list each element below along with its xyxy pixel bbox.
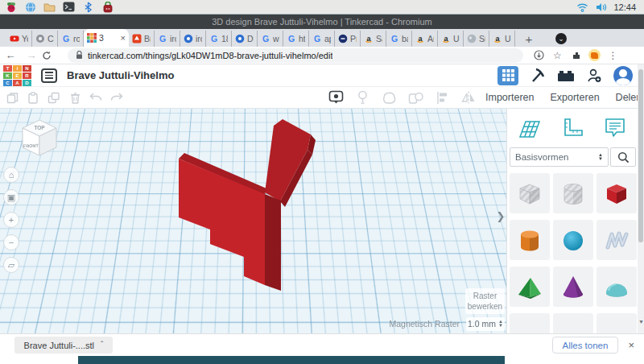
home-view-button[interactable]: ⌂ <box>3 167 19 183</box>
show-all-icon[interactable] <box>352 90 373 105</box>
mirror-icon[interactable] <box>458 90 479 105</box>
clock[interactable]: 12:44 <box>613 2 639 12</box>
install-icon[interactable] <box>533 49 545 61</box>
logo-tile: R <box>23 72 31 79</box>
zoom-in-button[interactable]: + <box>3 212 19 228</box>
browser-tab[interactable]: Gapp <box>309 31 335 47</box>
export-button[interactable]: Exporteren <box>543 89 605 105</box>
browser-tab[interactable]: aSal <box>361 31 386 47</box>
zoom-out-button[interactable]: − <box>3 234 19 250</box>
shape-hole-cylinder[interactable] <box>553 173 593 213</box>
shape-scribble[interactable] <box>597 220 637 260</box>
browser-tab[interactable]: Chr <box>32 31 58 47</box>
tab-close-icon[interactable]: × <box>121 34 126 43</box>
browser-tab[interactable]: You <box>6 31 32 47</box>
import-button[interactable]: Importeren <box>479 89 540 105</box>
red-3d-object[interactable] <box>170 118 323 295</box>
url-field[interactable]: tinkercad.com/things/gLk04DW1mD8-brave-j… <box>68 48 523 63</box>
scrollbar-thumb[interactable] <box>638 69 643 242</box>
ortho-view-button[interactable]: ▱ <box>3 257 19 273</box>
snap-grid-select[interactable]: 1.0 mm ▲▼ <box>466 317 505 331</box>
browser-tab[interactable]: iror <box>180 31 206 47</box>
undo-icon[interactable] <box>85 92 106 104</box>
browser-tab[interactable]: Dis <box>232 31 258 47</box>
blocks-grid-button[interactable] <box>497 66 518 85</box>
shape-category-select[interactable]: Basisvormen ▲▼ <box>510 147 609 167</box>
amazon-favicon: a <box>441 34 451 43</box>
redo-icon[interactable] <box>106 92 127 104</box>
search-icon <box>617 151 630 163</box>
panel-collapse-handle[interactable]: ❯ <box>495 204 506 228</box>
wifi-icon[interactable] <box>576 1 588 13</box>
3d-canvas[interactable]: TOP FRONT ⌂ ▣ + − ▱ <box>0 108 506 333</box>
page-scrollbar[interactable]: ▼ <box>638 64 644 333</box>
group-icon[interactable] <box>378 90 399 105</box>
browser-tab[interactable]: G180 <box>206 31 232 47</box>
paste-icon[interactable] <box>23 92 43 104</box>
download-expand-icon[interactable]: ˆ <box>101 341 103 350</box>
shape-box[interactable] <box>597 173 637 213</box>
design-title[interactable]: Brave Juttuli-Vihelmo <box>67 69 174 81</box>
shape-pyramid[interactable] <box>510 267 550 307</box>
workplane-icon[interactable] <box>517 117 541 139</box>
tab-search-button[interactable]: ⌄ <box>555 33 567 44</box>
browser-tab[interactable]: aUS <box>489 31 515 47</box>
back-button[interactable]: ← <box>0 49 21 61</box>
browser-tab[interactable]: aAm <box>412 31 438 47</box>
minecraft-pickaxe-icon[interactable] <box>530 68 546 84</box>
shape-hole-box[interactable] <box>510 173 550 213</box>
extension-orange-icon[interactable] <box>588 49 601 61</box>
terminal-icon[interactable] <box>63 1 75 13</box>
copy-icon[interactable] <box>2 92 23 104</box>
browser-tab[interactable]: Sna <box>464 31 489 47</box>
ungroup-icon[interactable] <box>405 90 426 105</box>
file-manager-icon[interactable] <box>43 1 56 13</box>
tab-title: Pro <box>350 34 357 43</box>
browser-tab[interactable]: Ghttp <box>283 31 309 47</box>
ruler-icon[interactable] <box>560 117 584 139</box>
notes-icon[interactable] <box>604 117 626 139</box>
shape-half-sphere[interactable] <box>597 267 637 307</box>
vnc-server-icon[interactable] <box>101 1 114 13</box>
shape-sphere[interactable] <box>553 220 593 260</box>
extension-icon[interactable] <box>570 49 582 61</box>
bookmark-star-icon[interactable]: ☆ <box>551 49 564 61</box>
shelf-close-icon[interactable]: × <box>628 339 634 351</box>
browser-tab[interactable]: 3× <box>84 29 129 47</box>
shape-cone[interactable] <box>553 267 593 307</box>
show-all-downloads-button[interactable]: Alles tonen <box>552 337 619 354</box>
duplicate-icon[interactable] <box>43 92 64 104</box>
browser-tab[interactable]: Grob <box>58 31 84 47</box>
menu-kebab-icon[interactable]: ⋮ <box>607 49 619 61</box>
browser-tab[interactable]: Gbar <box>386 31 412 47</box>
new-tab-button[interactable]: + <box>520 31 538 47</box>
invite-person-icon[interactable] <box>586 68 602 84</box>
user-avatar[interactable] <box>613 66 633 85</box>
lego-brick-icon[interactable] <box>557 69 575 82</box>
download-item[interactable]: Brave Juttuli-....stl ˆ <box>14 337 113 354</box>
hide-selected-icon[interactable] <box>325 90 346 105</box>
window-titlebar: 3D design Brave Juttuli-Vihelmo | Tinker… <box>0 14 644 29</box>
align-icon[interactable] <box>431 90 452 105</box>
shape-cylinder[interactable] <box>510 220 550 260</box>
delete-icon[interactable] <box>64 92 85 104</box>
browser-tab[interactable]: Bra <box>129 31 155 47</box>
browser-tab[interactable]: Gwha <box>258 31 283 47</box>
tinkercad-logo[interactable]: TINKERCAD <box>3 65 31 86</box>
forward-button[interactable]: → <box>21 49 42 61</box>
edit-grid-button[interactable]: Raster bewerken <box>465 288 505 314</box>
fit-view-button[interactable]: ▣ <box>3 189 19 205</box>
scroll-down-arrow-icon[interactable]: ▼ <box>638 319 644 325</box>
bluetooth-icon[interactable] <box>82 1 94 13</box>
browser-tab[interactable]: Giror <box>155 31 180 47</box>
reload-button[interactable] <box>42 51 63 60</box>
os-taskbar: 12:44 <box>0 0 644 14</box>
web-browser-icon[interactable] <box>24 1 36 13</box>
design-menu-button[interactable] <box>41 68 57 83</box>
view-cube[interactable]: TOP FRONT <box>14 114 64 162</box>
browser-tab[interactable]: Pro <box>335 31 361 47</box>
shape-search-button[interactable] <box>610 147 636 167</box>
volume-icon[interactable] <box>595 1 607 13</box>
raspberry-menu-icon[interactable] <box>5 1 17 13</box>
browser-tab[interactable]: aUS <box>438 31 464 47</box>
